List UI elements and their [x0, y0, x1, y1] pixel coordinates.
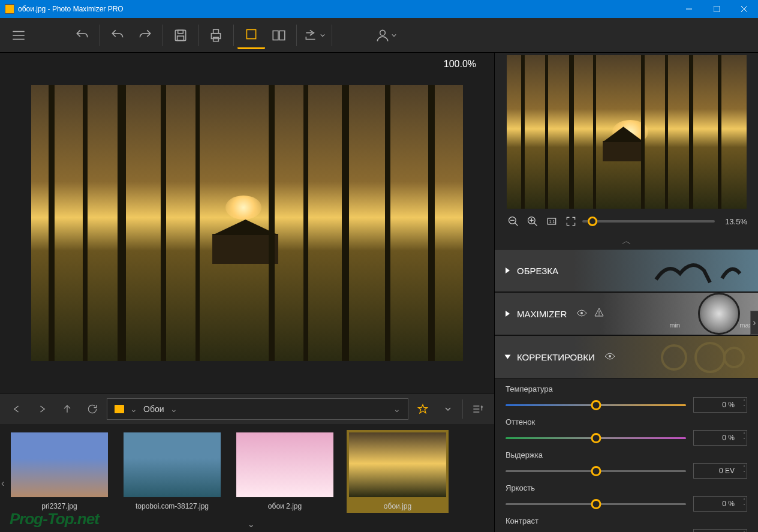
toolbar	[0, 18, 758, 53]
canvas-area[interactable]: 100.0%	[0, 53, 494, 393]
chevron-down-icon: ⌄	[170, 404, 178, 414]
slider-value[interactable]: 0 %˄˅	[693, 529, 747, 532]
thumbnail-image	[236, 432, 333, 497]
maximizer-min-label: min	[669, 321, 680, 329]
canvas-zoom-label: 100.0%	[444, 59, 476, 70]
panel-adjustments-label: КОРРЕКТИРОВКИ	[517, 352, 595, 362]
zoom-out-icon[interactable]	[506, 214, 521, 229]
slider-track[interactable]	[506, 503, 686, 505]
minimize-button[interactable]	[675, 0, 703, 18]
warning-icon	[594, 308, 604, 320]
preview-zoom-value: 13.5%	[718, 217, 747, 226]
preview-image[interactable]	[507, 55, 747, 209]
svg-rect-8	[178, 30, 184, 33]
favorite-dropdown-button[interactable]	[437, 398, 459, 420]
revert-button[interactable]	[68, 22, 96, 49]
zoom-fit-icon[interactable]	[563, 214, 579, 229]
svg-rect-13	[246, 29, 255, 38]
svg-point-17	[380, 30, 386, 35]
svg-rect-11	[213, 29, 219, 34]
slider-track[interactable]	[506, 404, 686, 406]
nav-forward-button[interactable]	[31, 398, 53, 420]
print-button[interactable]	[202, 22, 230, 49]
slider-track[interactable]	[506, 437, 686, 439]
slider-value[interactable]: 0 EV˄˅	[693, 463, 747, 479]
slider-label: Температура	[506, 384, 747, 393]
slider-tint: Оттенок 0 %˄˅	[506, 417, 747, 446]
thumbnail-name: обои.jpg	[384, 502, 411, 510]
app-icon	[5, 4, 14, 14]
zoom-in-icon[interactable]	[525, 214, 540, 229]
folder-name: Обои	[143, 404, 164, 414]
favorite-button[interactable]	[412, 398, 434, 420]
preview-collapse-icon[interactable]: ︿	[622, 236, 631, 246]
visibility-icon[interactable]	[576, 308, 587, 319]
nav-back-button[interactable]	[6, 398, 28, 420]
thumbnail[interactable]: обои 2.jpg	[234, 430, 336, 513]
slider-temperature: Температура 0 %˄˅	[506, 384, 747, 413]
slider-label: Контраст	[506, 516, 747, 525]
left-panel: 100.0%	[0, 53, 494, 532]
maximize-button[interactable]	[703, 0, 730, 18]
svg-rect-9	[178, 36, 184, 41]
filmstrip-prev-icon[interactable]: ‹	[1, 478, 4, 489]
browser-bar: ⌄ Обои ⌄ ⌄	[0, 393, 494, 424]
expand-icon	[506, 267, 510, 273]
titlebar: обои.jpg - Photo Maximizer PRO	[0, 0, 758, 18]
filmstrip-collapse-icon[interactable]: ⌄	[247, 518, 255, 530]
svg-point-33	[609, 355, 611, 357]
thumbnail-image	[11, 432, 108, 497]
preview-zoom-slider[interactable]	[582, 220, 715, 223]
svg-rect-14	[273, 31, 278, 40]
compare-view-button[interactable]	[265, 22, 293, 49]
panel-adjustments[interactable]: КОРРЕКТИРОВКИ	[495, 335, 758, 378]
svg-point-30	[580, 312, 583, 314]
slider-value[interactable]: 0 %˄˅	[693, 430, 747, 446]
thumbnail[interactable]: pri2327.jpg	[8, 430, 110, 513]
slider-label: Оттенок	[506, 417, 747, 426]
save-button[interactable]	[167, 22, 194, 49]
slider-label: Выдержка	[506, 450, 747, 459]
watermark: Prog-Top.net	[10, 510, 99, 528]
share-button[interactable]	[300, 22, 328, 49]
thumbnail-selected[interactable]: обои.jpg	[347, 430, 449, 513]
svg-point-36	[724, 348, 744, 367]
slider-value[interactable]: 0 %˄˅	[693, 397, 747, 413]
filmstrip: ‹ pri2327.jpg topoboi.com-38127.jpg обои…	[0, 424, 494, 532]
slider-label: Яркость	[506, 483, 747, 492]
slider-value[interactable]: 0 %˄˅	[693, 496, 747, 512]
filter-sort-button[interactable]	[467, 398, 488, 420]
panel-expand-tab[interactable]: ›	[750, 311, 758, 335]
single-view-button[interactable]	[237, 22, 265, 49]
account-button[interactable]	[372, 22, 399, 49]
adjustment-sliders: Температура 0 %˄˅ Оттенок 0 %˄˅ Выдержка…	[495, 378, 758, 532]
slider-track[interactable]	[506, 470, 686, 472]
thumbnail-name: topoboi.com-38127.jpg	[136, 502, 209, 510]
nav-up-button[interactable]	[56, 398, 78, 420]
chevron-down-icon[interactable]: ⌄	[393, 404, 401, 414]
redo-button[interactable]	[131, 22, 159, 49]
undo-button[interactable]	[104, 22, 131, 49]
menu-button[interactable]	[5, 22, 32, 49]
svg-rect-10	[211, 33, 220, 38]
slider-exposure: Выдержка 0 EV˄˅	[506, 450, 747, 479]
panel-maximizer[interactable]: MAXIMIZER min max	[495, 292, 758, 335]
preview-zoom-controls: 1:1 13.5%	[495, 209, 758, 234]
thumbnail-name: обои 2.jpg	[268, 502, 302, 510]
right-panel: 1:1 13.5% ︿ ОБРЕЗКА MAXIMIZER min max КО…	[494, 53, 758, 532]
nav-refresh-button[interactable]	[82, 398, 103, 420]
close-button[interactable]	[730, 0, 758, 18]
chevron-down-icon: ⌄	[130, 404, 137, 414]
visibility-icon[interactable]	[604, 351, 615, 362]
svg-line-22	[515, 223, 518, 226]
thumbnail-image	[349, 432, 446, 497]
zoom-actual-icon[interactable]: 1:1	[544, 214, 560, 229]
folder-path-box[interactable]: ⌄ Обои ⌄ ⌄	[107, 398, 408, 420]
thumbnail-name: pri2327.jpg	[41, 502, 77, 510]
svg-point-35	[696, 343, 724, 372]
panel-maximizer-label: MAXIMIZER	[517, 309, 567, 319]
svg-point-32	[599, 314, 600, 315]
panel-crop[interactable]: ОБРЕЗКА	[495, 249, 758, 292]
window-title: обои.jpg - Photo Maximizer PRO	[18, 5, 675, 13]
thumbnail[interactable]: topoboi.com-38127.jpg	[121, 430, 223, 513]
